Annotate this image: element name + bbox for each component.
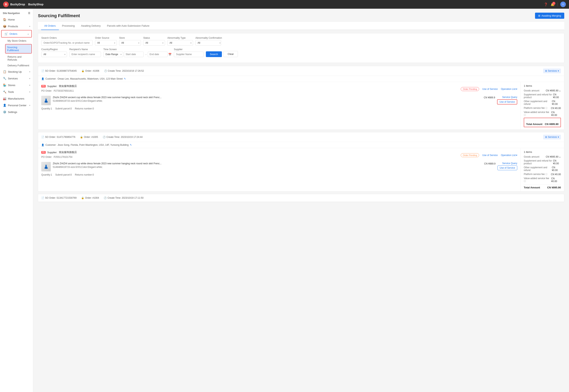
search-button[interactable]: Search <box>206 51 222 57</box>
order-card-2: 📄 SO Order: S1471790854776 🔒 Order: #100… <box>38 132 564 192</box>
app-logo[interactable]: B BuckyDrop <box>3 1 25 7</box>
stocking-up-icon: 📋 <box>3 70 6 73</box>
create-time-prefix-2: Create Time: <box>106 136 120 139</box>
end-date-input[interactable] <box>148 52 168 57</box>
sidebar-item-label: Home <box>8 18 15 21</box>
order-source-select[interactable]: All <box>95 40 117 46</box>
sidebar-item-products[interactable]: 📦 Products ▾ <box>0 23 33 30</box>
sidebar-sub-item-my-store-orders[interactable]: My Store Orders <box>0 38 33 44</box>
sidebar-item-label: Stores <box>8 84 15 87</box>
order-source-group: Order Source All <box>95 37 117 46</box>
use-of-service-btn-2[interactable]: Use of Service <box>498 166 517 170</box>
po-number-1: PO Order: <box>41 89 52 92</box>
page-header: Sourcing Fulfillment ⊞ Awaiting Merging <box>38 13 564 19</box>
tab-all-orders[interactable]: All Orders <box>41 22 59 30</box>
services-icon-2: ⊞ <box>545 136 547 139</box>
store-label: Store <box>119 37 141 39</box>
quantity-row-1: Quantity:1 Submit parcel:0 Returns numbe… <box>41 107 517 110</box>
main-content: Sourcing Fulfillment ⊞ Awaiting Merging … <box>33 9 569 392</box>
so-order-2: 📄 SO Order: S1471790854776 <box>41 136 75 139</box>
order-num-3: 🔒 Order: #1004 <box>81 196 99 199</box>
sidebar-item-home[interactable]: 🏠 Home <box>0 16 33 23</box>
notification-badge: 1 <box>552 2 555 5</box>
quantity-label: Quantity:1 <box>41 107 52 110</box>
total-box-1: Total Amount CN ¥895.90 <box>524 118 561 127</box>
goods-amount-value: CN ¥895.90 <box>546 89 561 92</box>
edit-icon-1[interactable]: ✎ <box>124 77 126 80</box>
services-button-1[interactable]: ⊞ Services ▾ <box>543 69 561 73</box>
quantity-label-2: Quantity:1 <box>41 173 52 176</box>
menu-icon: ☰ <box>28 12 30 14</box>
supplier-group: Supplier <box>174 48 203 57</box>
calendar-icon[interactable]: 📅 <box>168 53 171 56</box>
tab-processing[interactable]: Processing <box>59 22 78 30</box>
awaiting-merging-button[interactable]: ⊞ Awaiting Merging <box>535 13 564 19</box>
supplier-info-2: PD Supplier: 致如服饰旗舰店 PO Order: P25511791… <box>41 151 458 160</box>
po-value-2: P2551179101754 <box>54 156 72 158</box>
sidebar-item-settings[interactable]: ⚙️ Settings <box>0 109 33 115</box>
supplier-input[interactable] <box>174 52 203 57</box>
recipient-name-input[interactable] <box>69 52 101 57</box>
sidebar-item-label: Tools <box>8 90 14 93</box>
abnormality-confirmation-label: Abnormality Confirmation <box>195 37 222 39</box>
goods-amount-row-2: Goods amount CN ¥895.90 <box>524 155 561 158</box>
other-supplement-value-2: CN ¥0.00 <box>552 166 561 172</box>
country-select[interactable]: All <box>41 52 67 57</box>
search-orders-input[interactable] <box>41 40 93 46</box>
services-icon: 🔧 <box>3 77 6 80</box>
order-num-2: 🔒 Order: #1005 <box>80 136 98 139</box>
sidebar-item-manufacturers[interactable]: 🏭 Manufacturers <box>0 95 33 102</box>
sidebar-item-label: Returns and Refunds <box>8 55 30 61</box>
clear-button[interactable]: Clear <box>224 51 238 57</box>
customer-row-1: 👤 Customer: Oreao Lee, Massachusetts, Wa… <box>38 76 564 82</box>
help-button[interactable]: ❓ <box>544 2 548 6</box>
product-name-2: Zhizhi ZHIZHI ancient cup white dress fe… <box>53 162 482 165</box>
abnormality-type-select[interactable]: All <box>167 40 193 46</box>
tab-awaiting-delivery[interactable]: Awaiting Delivery <box>78 22 104 30</box>
platform-service-row-2: Platform service fee ⓘ CN ¥0.00 <box>524 173 561 176</box>
sidebar-sub-item-delivery-fulfillment[interactable]: Delivery Fulfillment <box>0 63 33 68</box>
product-actions-1: Service Query Use of Service <box>497 96 517 104</box>
returns-label-2: Returns number:0 <box>75 173 94 176</box>
status-select[interactable]: All <box>143 40 165 46</box>
start-date-input[interactable] <box>124 52 144 57</box>
date-range-select[interactable]: Date Range <box>103 52 123 57</box>
sidebar-sub-item-returns-refunds[interactable]: Returns and Refunds <box>0 54 33 63</box>
customer-icon: 👤 <box>41 77 44 80</box>
store-select[interactable]: All <box>119 40 141 46</box>
sidebar-item-orders[interactable]: 🛒 Orders ▴ <box>1 30 31 37</box>
abnormality-confirmation-select[interactable]: All <box>195 40 221 46</box>
platform-service-label-2: Platform service fee ⓘ <box>524 173 547 176</box>
edit-icon-2[interactable]: ✎ <box>130 144 132 146</box>
services-button-2[interactable]: ⊞ Services ▾ <box>543 135 561 140</box>
create-time-3: 🕐 Create Time: 2023/10/19 17:11:50 <box>104 196 143 199</box>
use-of-service-link-1[interactable]: Use of Service <box>482 88 498 90</box>
operation-list-btn-2[interactable]: Operation List ▾ <box>501 154 517 157</box>
date-range-container: Date Range → 📅 <box>103 52 171 57</box>
total-amount-value-2: CN ¥895.90 <box>547 186 561 189</box>
tab-parcels-auto-submission[interactable]: Parcels with Auto-Submission Failure <box>104 22 153 30</box>
supplier-label: Supplier <box>174 48 203 51</box>
service-query-link-2[interactable]: Service Query <box>502 162 517 165</box>
lock-icon-2: 🔒 <box>80 136 83 139</box>
create-time-value: 2023/10/19 17:26:52 <box>122 70 144 72</box>
sidebar-item-stocking-up[interactable]: 📋 Stocking Up ▾ <box>0 68 33 75</box>
country-select-wrap: All <box>41 52 67 57</box>
user-avatar[interactable]: U <box>560 1 566 7</box>
sidebar-item-services[interactable]: 🔧 Services ▾ <box>0 75 33 82</box>
sidebar: Site Navigation ☰ 🏠 Home 📦 Products ▾ 🛒 … <box>0 9 33 392</box>
country-region-group: Country/Region All <box>41 48 67 57</box>
sidebar-item-personal-center[interactable]: 👤 Personal Center ▾ <box>0 102 33 109</box>
operation-list-btn-1[interactable]: Operation List ▾ <box>501 88 517 90</box>
filter-row-1: Search Orders Order Source All Store <box>41 37 561 46</box>
supplier-row-2: PD Supplier: 致如服饰旗舰店 <box>41 151 458 154</box>
service-query-link-1[interactable]: Service Query <box>502 96 517 98</box>
sidebar-sub-item-sourcing-fulfillment[interactable]: Sourcing Fulfillment <box>6 44 31 53</box>
so-order-1: 📄 SO Order: S13008873754045 <box>41 70 77 72</box>
use-of-service-btn-1[interactable]: Use of Service <box>497 99 517 104</box>
sidebar-item-tools[interactable]: 🔨 Tools ▾ <box>0 88 33 95</box>
store-group: Store All <box>119 37 141 46</box>
use-of-service-link-2[interactable]: Use of Service <box>482 154 498 157</box>
order-right-2: 1 items Goods amount CN ¥895.90 Suppleme… <box>521 148 564 191</box>
sidebar-item-stores[interactable]: 🏪 Stores ▾ <box>0 82 33 88</box>
